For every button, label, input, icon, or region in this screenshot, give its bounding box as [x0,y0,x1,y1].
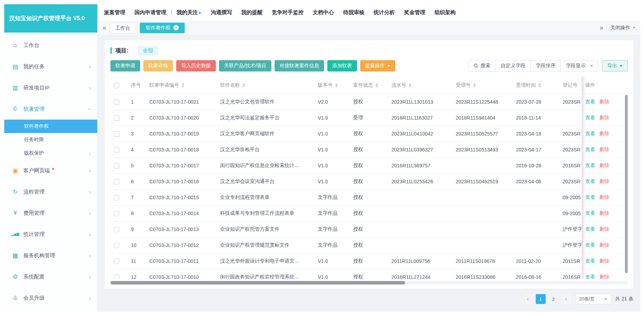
tab-workbench[interactable]: 工作台 [109,23,136,33]
close-operations-dropdown[interactable]: 关闭操作 [610,25,636,31]
view-link[interactable]: 查看 [585,99,595,104]
delete-link[interactable]: 删除 [599,258,609,264]
row-checkbox[interactable] [114,259,119,264]
nav-item-pending-my-review[interactable]: 待我审核 [343,9,364,16]
field-sort-button[interactable]: 字段排序 [530,60,561,71]
sort-icons[interactable] [473,83,476,87]
sidebar-item-service-agency-mgmt[interactable]: ▦ 服务机构管理 › [4,245,97,266]
vertical-scrollbar[interactable] [625,95,628,273]
sidebar-item-member-upgrade[interactable]: ♔ 会员升级 › [4,287,97,309]
view-link[interactable]: 查看 [585,131,595,136]
sidebar-subitem-software-copyright[interactable]: 软件著作权 [4,120,97,133]
close-tab-icon[interactable]: × [173,25,179,30]
sidebar-item-client-web[interactable]: ▣ 客户网页端 ★ › [4,160,97,181]
sidebar-subitem-copyright-protection[interactable]: 版权保护 › [4,146,97,160]
sort-icons[interactable] [409,83,412,87]
sort-icons[interactable] [335,83,338,87]
collapse-tabs-icon[interactable]: « [103,24,106,31]
sidebar-item-fee-mgmt[interactable]: ¥ 费用管理 › [4,202,97,224]
column-header-version[interactable]: 版本号 [314,76,350,94]
sidebar-subitem-task-time-limit[interactable]: 任务时限 [4,133,97,146]
link-product-tech-project-button[interactable]: 关联产品/技术/项目 [219,60,271,71]
sidebar-item-my-tasks[interactable]: ▤ 我的任务 › [4,56,97,77]
search-button[interactable]: 搜索 [468,60,496,71]
nav-item-document-center[interactable]: 文档中心 [313,9,334,16]
row-checkbox[interactable] [114,275,119,279]
delete-link[interactable]: 删除 [599,274,609,279]
view-link[interactable]: 查看 [585,194,595,200]
nav-item-statistics-analysis[interactable]: 统计分析 [374,9,395,16]
column-header-name[interactable]: 软件名称 [217,76,314,94]
export-dropdown[interactable]: 导出 [602,60,628,71]
software-copyright-detail-button[interactable]: 软著详情 [143,60,173,71]
row-checkbox[interactable] [114,227,119,232]
sidebar-item-statistics-mgmt[interactable]: ▂▅▇ 统计管理 › [4,224,97,245]
row-checkbox[interactable] [114,163,119,168]
delete-link[interactable]: 删除 [599,210,609,216]
view-link[interactable]: 查看 [585,115,595,120]
prev-page-button[interactable]: ‹ [523,294,533,304]
view-link[interactable]: 查看 [585,162,595,168]
column-header-app-no[interactable]: 软著申请编号 [146,76,217,94]
software-copyright-apply-button[interactable]: 软著申请 [110,60,140,71]
column-header-reg-no[interactable]: 登记号 [559,76,582,94]
expand-tabs-icon[interactable]: » [600,24,603,31]
import-history-data-button[interactable]: 导入历史数据 [176,60,216,71]
sidebar-item-workbench[interactable]: ⌂ 工作台 [4,35,97,56]
delete-link[interactable]: 删除 [599,131,609,136]
view-link[interactable]: 查看 [585,226,595,232]
column-header-accept-time[interactable]: 受理时间 [512,76,559,94]
delete-link[interactable]: 删除 [599,194,609,200]
view-link[interactable]: 查看 [585,210,595,216]
batch-operations-dropdown[interactable]: 批量操作 [360,60,395,71]
delete-link[interactable]: 删除 [599,99,609,104]
horizontal-scrollbar[interactable] [110,281,405,285]
page-size-select[interactable]: 20条/页 [575,294,611,304]
column-header-serial[interactable]: 流水号 [388,76,452,94]
add-software-copyright-button[interactable]: 添加软著 [327,60,357,71]
sidebar-item-rd-project-ip[interactable]: ▥ 研发项目IP › [4,77,97,98]
delete-link[interactable]: 删除 [599,162,609,168]
row-checkbox[interactable] [114,211,119,216]
sidebar-item-system-config[interactable]: ⚙ 系统配置 › [4,266,97,287]
nav-item-domestic-application[interactable]: 国内申请管理 [134,9,166,16]
nav-item-org-structure[interactable]: 组织架构 [435,9,456,16]
row-checkbox[interactable] [114,147,119,153]
sidebar-item-software-copyright-mgmt[interactable]: © 软著管理 › [4,98,97,120]
view-link[interactable]: 查看 [585,258,595,264]
row-checkbox[interactable] [114,115,119,121]
select-all-checkbox[interactable] [114,83,119,88]
project-filter-all[interactable]: 全部 [138,46,158,56]
nav-item-communication-writing[interactable]: 沟通撰写 [211,9,232,16]
row-checkbox[interactable] [114,243,119,248]
connect-case-info-button[interactable]: 对接软著案件信息 [275,60,324,71]
column-header-status[interactable]: 案件状态 [350,76,388,94]
sort-icons[interactable] [242,83,245,87]
field-display-dropdown[interactable]: 字段显示 [560,60,598,71]
sort-icons[interactable] [538,83,541,87]
page-2-button[interactable]: 2 [548,294,558,304]
custom-fields-button[interactable]: 自定义字段 [495,60,531,71]
nav-item-my-follow[interactable]: 我的关注▶ [177,9,202,16]
nav-item-case-dispatch[interactable]: 派案管理 [104,9,125,16]
row-checkbox[interactable] [114,195,119,200]
row-checkbox[interactable] [114,179,119,184]
view-link[interactable]: 查看 [585,178,595,184]
nav-item-my-reminders[interactable]: 我的提醒 [241,9,263,16]
sort-icons[interactable] [375,83,378,87]
column-header-accept-no[interactable]: 受理号 [452,76,512,94]
nav-item-competitor-monitoring[interactable]: 竞争对手监控 [272,9,304,16]
delete-link[interactable]: 删除 [599,226,609,232]
row-checkbox[interactable] [114,131,119,137]
sort-icons[interactable] [182,83,184,87]
tab-software-copyright[interactable]: 软件著作权 × [140,23,185,33]
delete-link[interactable]: 删除 [599,178,609,184]
sidebar-item-process-mgmt[interactable]: ↻ 流程管理 › [4,181,97,202]
delete-link[interactable]: 删除 [599,242,609,248]
delete-link[interactable]: 删除 [599,115,609,120]
view-link[interactable]: 查看 [585,146,595,152]
next-page-button[interactable]: › [561,294,571,304]
row-checkbox[interactable] [114,99,119,105]
view-link[interactable]: 查看 [585,274,595,279]
page-1-button[interactable]: 1 [536,294,546,304]
